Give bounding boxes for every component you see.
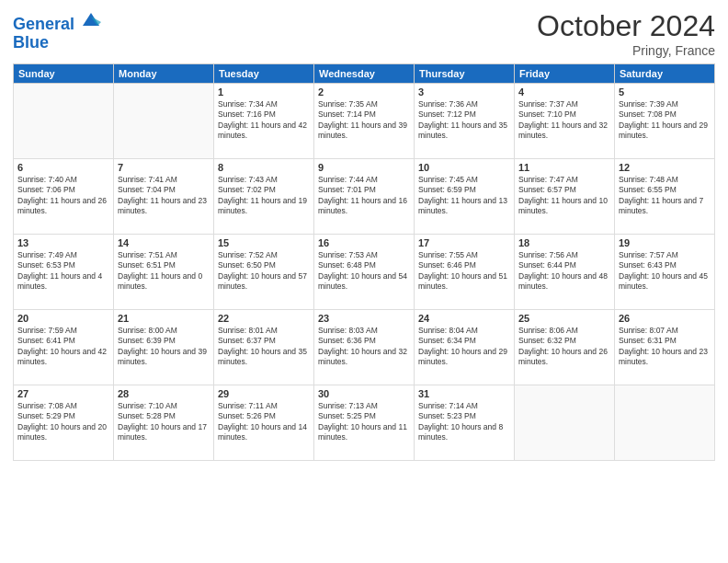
day-info: Sunrise: 7:14 AM Sunset: 5:23 PM Dayligh… — [418, 401, 510, 443]
day-number: 5 — [619, 86, 711, 98]
day-number: 7 — [118, 162, 210, 173]
day-number: 12 — [619, 162, 711, 173]
day-info: Sunrise: 7:51 AM Sunset: 6:51 PM Dayligh… — [118, 250, 210, 293]
day-number: 19 — [619, 237, 711, 248]
day-number: 10 — [418, 162, 510, 173]
calendar-cell: 4Sunrise: 7:37 AM Sunset: 7:10 PM Daylig… — [515, 84, 615, 159]
day-info: Sunrise: 8:01 AM Sunset: 6:37 PM Dayligh… — [218, 326, 310, 368]
calendar-cell: 27Sunrise: 7:08 AM Sunset: 5:29 PM Dayli… — [14, 385, 114, 461]
logo-text: General — [13, 9, 101, 34]
week-row-4: 20Sunrise: 7:59 AM Sunset: 6:41 PM Dayli… — [14, 310, 715, 385]
day-info: Sunrise: 7:43 AM Sunset: 7:02 PM Dayligh… — [218, 175, 310, 217]
weekday-header-sunday: Sunday — [14, 64, 114, 84]
day-number: 31 — [418, 388, 510, 399]
day-info: Sunrise: 7:39 AM Sunset: 7:08 PM Dayligh… — [619, 99, 711, 142]
weekday-header-tuesday: Tuesday — [214, 64, 314, 84]
calendar-cell: 21Sunrise: 8:00 AM Sunset: 6:39 PM Dayli… — [114, 310, 214, 385]
day-info: Sunrise: 7:49 AM Sunset: 6:53 PM Dayligh… — [17, 250, 109, 293]
calendar-cell: 15Sunrise: 7:52 AM Sunset: 6:50 PM Dayli… — [214, 235, 314, 310]
day-info: Sunrise: 7:57 AM Sunset: 6:43 PM Dayligh… — [619, 250, 711, 293]
day-info: Sunrise: 7:45 AM Sunset: 6:59 PM Dayligh… — [418, 175, 510, 217]
day-number: 13 — [17, 237, 109, 248]
calendar-cell: 26Sunrise: 8:07 AM Sunset: 6:31 PM Dayli… — [615, 310, 715, 385]
calendar-cell: 28Sunrise: 7:10 AM Sunset: 5:28 PM Dayli… — [114, 385, 214, 461]
calendar-cell: 18Sunrise: 7:56 AM Sunset: 6:44 PM Dayli… — [515, 235, 615, 310]
weekday-header-row: SundayMondayTuesdayWednesdayThursdayFrid… — [14, 64, 715, 84]
day-info: Sunrise: 7:44 AM Sunset: 7:01 PM Dayligh… — [318, 175, 410, 217]
day-info: Sunrise: 7:53 AM Sunset: 6:48 PM Dayligh… — [318, 250, 410, 293]
day-info: Sunrise: 7:55 AM Sunset: 6:46 PM Dayligh… — [418, 250, 510, 293]
weekday-header-thursday: Thursday — [415, 64, 515, 84]
day-number: 6 — [17, 162, 109, 173]
day-info: Sunrise: 7:35 AM Sunset: 7:14 PM Dayligh… — [318, 99, 410, 142]
logo-icon — [81, 9, 101, 29]
day-number: 29 — [218, 388, 310, 399]
day-number: 21 — [118, 313, 210, 324]
day-info: Sunrise: 8:06 AM Sunset: 6:32 PM Dayligh… — [518, 326, 610, 368]
week-row-5: 27Sunrise: 7:08 AM Sunset: 5:29 PM Dayli… — [14, 385, 715, 461]
week-row-3: 13Sunrise: 7:49 AM Sunset: 6:53 PM Dayli… — [14, 235, 715, 310]
weekday-header-monday: Monday — [114, 64, 214, 84]
day-info: Sunrise: 7:08 AM Sunset: 5:29 PM Dayligh… — [17, 401, 109, 443]
calendar-cell: 19Sunrise: 7:57 AM Sunset: 6:43 PM Dayli… — [615, 235, 715, 310]
calendar-cell: 2Sunrise: 7:35 AM Sunset: 7:14 PM Daylig… — [314, 84, 415, 159]
header: General Blue October 2024 Pringy, France — [13, 9, 715, 58]
day-info: Sunrise: 7:13 AM Sunset: 5:25 PM Dayligh… — [318, 401, 410, 443]
day-info: Sunrise: 7:47 AM Sunset: 6:57 PM Dayligh… — [518, 175, 610, 217]
day-number: 1 — [218, 86, 310, 98]
day-number: 16 — [318, 237, 410, 248]
calendar-cell: 20Sunrise: 7:59 AM Sunset: 6:41 PM Dayli… — [14, 310, 114, 385]
calendar-cell: 23Sunrise: 8:03 AM Sunset: 6:36 PM Dayli… — [314, 310, 415, 385]
calendar-cell: 14Sunrise: 7:51 AM Sunset: 6:51 PM Dayli… — [114, 235, 214, 310]
calendar-cell: 30Sunrise: 7:13 AM Sunset: 5:25 PM Dayli… — [314, 385, 415, 461]
day-info: Sunrise: 7:56 AM Sunset: 6:44 PM Dayligh… — [518, 250, 610, 293]
logo-blue: Blue — [13, 34, 101, 52]
week-row-1: 1Sunrise: 7:34 AM Sunset: 7:16 PM Daylig… — [14, 84, 715, 159]
calendar: SundayMondayTuesdayWednesdayThursdayFrid… — [13, 63, 715, 461]
day-info: Sunrise: 7:11 AM Sunset: 5:26 PM Dayligh… — [218, 401, 310, 443]
location: Pringy, France — [537, 43, 715, 58]
day-number: 28 — [118, 388, 210, 399]
day-number: 25 — [518, 313, 610, 324]
calendar-cell — [515, 385, 615, 461]
calendar-cell: 16Sunrise: 7:53 AM Sunset: 6:48 PM Dayli… — [314, 235, 415, 310]
day-number: 23 — [318, 313, 410, 324]
calendar-cell — [114, 84, 214, 159]
calendar-cell: 9Sunrise: 7:44 AM Sunset: 7:01 PM Daylig… — [314, 159, 415, 235]
calendar-cell: 6Sunrise: 7:40 AM Sunset: 7:06 PM Daylig… — [14, 159, 114, 235]
calendar-cell: 25Sunrise: 8:06 AM Sunset: 6:32 PM Dayli… — [515, 310, 615, 385]
day-number: 17 — [418, 237, 510, 248]
calendar-cell: 12Sunrise: 7:48 AM Sunset: 6:55 PM Dayli… — [615, 159, 715, 235]
day-info: Sunrise: 7:34 AM Sunset: 7:16 PM Dayligh… — [218, 99, 310, 142]
day-number: 9 — [318, 162, 410, 173]
day-info: Sunrise: 7:48 AM Sunset: 6:55 PM Dayligh… — [619, 175, 711, 217]
month-title: October 2024 — [537, 9, 715, 43]
calendar-cell: 7Sunrise: 7:41 AM Sunset: 7:04 PM Daylig… — [114, 159, 214, 235]
weekday-header-friday: Friday — [515, 64, 615, 84]
day-number: 3 — [418, 86, 510, 98]
weekday-header-saturday: Saturday — [615, 64, 715, 84]
day-number: 27 — [17, 388, 109, 399]
day-info: Sunrise: 7:52 AM Sunset: 6:50 PM Dayligh… — [218, 250, 310, 293]
day-info: Sunrise: 7:59 AM Sunset: 6:41 PM Dayligh… — [17, 326, 109, 368]
logo: General Blue — [13, 9, 101, 52]
day-number: 24 — [418, 313, 510, 324]
title-block: October 2024 Pringy, France — [537, 9, 715, 58]
calendar-cell: 13Sunrise: 7:49 AM Sunset: 6:53 PM Dayli… — [14, 235, 114, 310]
calendar-cell — [615, 385, 715, 461]
calendar-cell: 31Sunrise: 7:14 AM Sunset: 5:23 PM Dayli… — [415, 385, 515, 461]
day-info: Sunrise: 8:03 AM Sunset: 6:36 PM Dayligh… — [318, 326, 410, 368]
week-row-2: 6Sunrise: 7:40 AM Sunset: 7:06 PM Daylig… — [14, 159, 715, 235]
calendar-cell: 29Sunrise: 7:11 AM Sunset: 5:26 PM Dayli… — [214, 385, 314, 461]
calendar-cell: 22Sunrise: 8:01 AM Sunset: 6:37 PM Dayli… — [214, 310, 314, 385]
calendar-cell: 11Sunrise: 7:47 AM Sunset: 6:57 PM Dayli… — [515, 159, 615, 235]
day-number: 2 — [318, 86, 410, 98]
day-info: Sunrise: 7:41 AM Sunset: 7:04 PM Dayligh… — [118, 175, 210, 217]
day-number: 30 — [318, 388, 410, 399]
calendar-cell: 8Sunrise: 7:43 AM Sunset: 7:02 PM Daylig… — [214, 159, 314, 235]
calendar-cell — [14, 84, 114, 159]
day-number: 4 — [518, 86, 610, 98]
logo-general: General — [13, 15, 74, 33]
day-number: 11 — [518, 162, 610, 173]
day-info: Sunrise: 7:10 AM Sunset: 5:28 PM Dayligh… — [118, 401, 210, 443]
